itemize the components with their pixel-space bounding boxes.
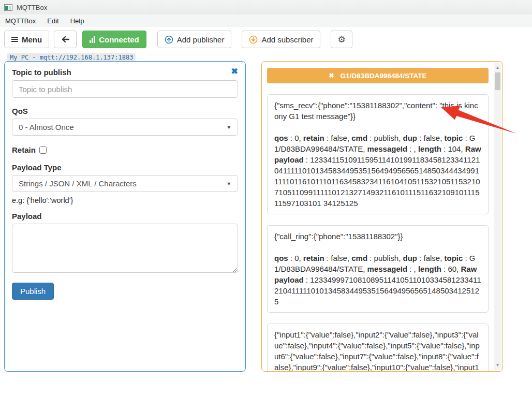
payload-label: Payload xyxy=(12,212,238,221)
topic-to-publish-label: Topic to publish xyxy=(12,68,71,77)
scroll-up-button[interactable]: ▲ xyxy=(494,64,501,71)
gear-icon: ⚙ xyxy=(337,34,345,45)
app-icon xyxy=(4,4,12,11)
app-window: MQTTBox MQTTBox Edit Help Menu Connected… xyxy=(0,0,532,396)
menu-bar: MQTTBox Edit Help xyxy=(0,14,532,27)
message-payload: {"input1":{"value":false},"input2":{"val… xyxy=(274,329,481,371)
subscriber-content: ✖ G1/D83BDA996484/STATE {"sms_recv":{"ph… xyxy=(262,62,494,371)
signal-bars-icon xyxy=(90,36,95,43)
message-payload: {"call_ring":{"phone":"15381188302"}} xyxy=(274,231,481,242)
connection-label: My PC - mqtt://192.168.1.137:1883 xyxy=(7,53,136,62)
message-meta: qos : 0, retain : false, cmd : publish, … xyxy=(274,133,481,209)
circle-arrow-up-icon xyxy=(165,35,173,44)
title-bar: MQTTBox xyxy=(0,0,532,14)
window-title: MQTTBox xyxy=(17,4,47,11)
subscriber-panel: ✖ G1/D83BDA996484/STATE {"sms_recv":{"ph… xyxy=(261,61,503,372)
settings-button[interactable]: ⚙ xyxy=(331,31,352,48)
close-publisher-icon[interactable]: ✖ xyxy=(231,68,238,75)
add-subscriber-button[interactable]: Add subscriber xyxy=(242,31,320,48)
retain-label: Retain xyxy=(12,145,36,154)
scroll-down-button[interactable]: ▼ xyxy=(494,361,501,369)
connected-button[interactable]: Connected xyxy=(82,31,146,48)
hamburger-icon xyxy=(11,37,18,42)
qos-select[interactable]: 0 - Almost Once ▼ xyxy=(12,119,238,136)
circle-arrow-down-icon xyxy=(249,35,258,44)
scrollbar-track[interactable]: ▲ ▼ xyxy=(494,63,501,370)
subscriber-topic-button[interactable]: ✖ G1/D83BDA996484/STATE xyxy=(267,68,489,83)
back-button[interactable] xyxy=(54,31,77,48)
menu-item-edit[interactable]: Edit xyxy=(45,16,64,26)
publish-button[interactable]: Publish xyxy=(12,283,54,300)
toolbar: Menu Connected Add publisher Add subscri… xyxy=(0,27,532,52)
message-payload: {"sms_recv":{"phone":"15381188302","cont… xyxy=(274,100,481,122)
menu-item-mqttbox[interactable]: MQTTBox xyxy=(3,16,41,26)
add-publisher-button[interactable]: Add publisher xyxy=(157,31,232,48)
publisher-panel: Topic to publish ✖ QoS 0 - Almost Once ▼… xyxy=(4,61,246,372)
payload-type-label: Payload Type xyxy=(12,163,238,172)
menu-button-label: Menu xyxy=(22,35,42,44)
chevron-down-icon: ▼ xyxy=(226,181,232,186)
add-subscriber-label: Add subscriber xyxy=(261,35,313,44)
message-list: {"sms_recv":{"phone":"15381188302","cont… xyxy=(267,94,489,371)
message-card: {"input1":{"value":false},"input2":{"val… xyxy=(267,324,489,371)
message-card: {"sms_recv":{"phone":"15381188302","cont… xyxy=(267,94,489,214)
menu-button[interactable]: Menu xyxy=(4,31,49,48)
chevron-down-icon: ▼ xyxy=(226,125,232,130)
scrollbar-thumb[interactable] xyxy=(495,72,500,90)
subscriber-topic-label: G1/D83BDA996484/STATE xyxy=(341,72,427,80)
back-arrow-icon xyxy=(61,36,69,43)
unsubscribe-close-icon[interactable]: ✖ xyxy=(329,72,334,79)
payload-textarea[interactable] xyxy=(12,224,238,273)
connected-label: Connected xyxy=(99,35,139,44)
payload-type-select[interactable]: Strings / JSON / XML / Characters ▼ xyxy=(12,175,238,192)
menu-item-help[interactable]: Help xyxy=(68,16,90,26)
qos-label: QoS xyxy=(12,107,238,115)
topic-input[interactable] xyxy=(12,80,238,98)
payload-example-hint: e.g: {'hello':'world'} xyxy=(12,196,238,204)
message-meta: qos : 0, retain : false, cmd : publish, … xyxy=(274,253,481,307)
qos-selected-value: 0 - Almost Once xyxy=(19,123,74,131)
add-publisher-label: Add publisher xyxy=(177,35,225,44)
message-card: {"call_ring":{"phone":"15381188302"}} qo… xyxy=(267,225,489,313)
payload-type-selected-value: Strings / JSON / XML / Characters xyxy=(19,179,137,188)
retain-checkbox[interactable] xyxy=(39,146,47,154)
